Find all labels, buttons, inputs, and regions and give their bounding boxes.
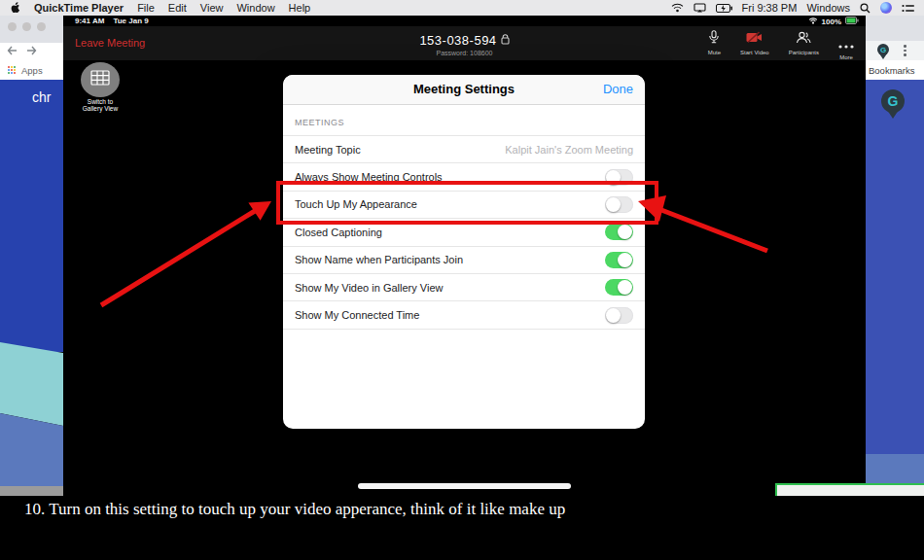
quicktime-ipad-screen: 9:41 AM Tue Jan 9 100% Leave Meeting 153… <box>63 16 866 496</box>
row-always-show-controls: Always Show Meeting Controls <box>283 162 645 190</box>
row-meeting-topic[interactable]: Meeting Topic Kalpit Jain's Zoom Meeting <box>283 135 645 162</box>
extension-pin-icon[interactable]: G <box>877 44 889 55</box>
ipad-wifi-icon <box>808 18 818 26</box>
browser-toolbar-right: G <box>866 41 924 60</box>
toggle-show-connected-time[interactable] <box>605 307 633 324</box>
ipad-date: Tue Jan 9 <box>113 17 148 25</box>
menu-file[interactable]: File <box>137 2 155 14</box>
participants-button[interactable]: Participants <box>789 30 819 60</box>
menu-edit[interactable]: Edit <box>168 2 187 14</box>
gallery-switch-label-1: Switch to <box>73 98 127 105</box>
forward-icon[interactable] <box>26 46 37 57</box>
display-mirroring-icon[interactable] <box>693 3 706 13</box>
more-dots-icon <box>838 30 854 52</box>
participants-icon <box>796 30 811 48</box>
settings-list: Meeting Topic Kalpit Jain's Zoom Meeting… <box>283 135 645 330</box>
wallpaper-patch-right <box>866 454 924 483</box>
ipad-battery-percent: 100% <box>822 18 841 26</box>
background-browser-right: G Bookmarks G <box>866 16 924 496</box>
caption-text: 10. Turn on this setting to touch up you… <box>24 500 565 519</box>
wifi-icon[interactable] <box>671 3 684 13</box>
back-icon[interactable] <box>7 46 18 57</box>
ipad-time: 9:41 AM <box>75 17 104 25</box>
browser-toolbar <box>0 43 63 60</box>
menu-window[interactable]: Window <box>236 2 274 14</box>
toggle-show-name-on-join[interactable] <box>605 252 633 268</box>
row-closed-captioning: Closed Captioning <box>283 218 645 245</box>
bookmarks-bar-right: Bookmarks <box>866 60 924 81</box>
browser-tab-strip <box>0 16 63 43</box>
gallery-switch-label-2: Gallery View <box>73 105 127 112</box>
toggle-closed-captioning[interactable] <box>605 224 633 240</box>
siri-icon[interactable] <box>880 2 892 14</box>
ipad-status-bar: 9:41 AM Tue Jan 9 100% <box>63 16 866 26</box>
menubar-app-name[interactable]: QuickTime Player <box>34 2 124 14</box>
toggle-always-show-controls[interactable] <box>605 169 633 186</box>
gallery-grid-icon <box>90 70 110 89</box>
notification-center-icon[interactable] <box>902 4 914 13</box>
menu-help[interactable]: Help <box>289 2 311 14</box>
window-traffic-lights[interactable] <box>8 22 46 31</box>
spotlight-search-icon[interactable] <box>860 3 871 14</box>
macos-menu-bar: QuickTime Player File Edit View Window H… <box>0 0 924 16</box>
meeting-settings-modal: Meeting Settings Done MEETINGS Meeting T… <box>283 75 645 429</box>
browser-page-text: chr <box>32 89 51 105</box>
toggle-touch-up-appearance[interactable] <box>605 196 633 213</box>
lock-icon <box>501 33 510 48</box>
bookmarks-bar-left: Apps <box>0 60 63 81</box>
menu-view[interactable]: View <box>200 2 224 14</box>
modal-title: Meeting Settings <box>283 75 645 104</box>
switch-to-gallery-view-button[interactable]: Switch to Gallery View <box>73 62 127 112</box>
start-video-button[interactable]: Start Video <box>740 30 769 60</box>
home-indicator[interactable] <box>358 483 571 489</box>
zoom-meeting-toolbar: Leave Meeting 153-038-594 Password: 1086… <box>63 26 866 60</box>
browser-page-right: G <box>866 80 924 454</box>
row-show-connected-time: Show My Connected Time <box>283 300 645 328</box>
ipad-battery-icon <box>845 17 859 26</box>
section-header: MEETINGS <box>283 105 645 127</box>
background-browser-left: Apps chr <box>0 16 63 496</box>
menubar-clock[interactable]: Fri 9:38 PM <box>742 2 798 14</box>
desktop-wallpaper-left <box>0 80 63 496</box>
microphone-icon <box>708 30 720 48</box>
browser-tab-strip-right <box>866 16 924 41</box>
row-show-name-on-join: Show Name when Participants Join <box>283 246 645 273</box>
toggle-show-my-video-gallery[interactable] <box>605 279 633 296</box>
row-show-my-video-gallery: Show My Video in Gallery View <box>283 273 645 300</box>
caption-bar: 10. Turn on this setting to touch up you… <box>0 496 924 560</box>
bookmarks-label[interactable]: Bookmarks <box>866 65 915 76</box>
meeting-topic-value: Kalpit Jain's Zoom Meeting <box>505 144 633 156</box>
done-button[interactable]: Done <box>603 75 633 104</box>
mute-button[interactable]: Mute <box>708 30 721 60</box>
page-pin-logo-icon: G <box>881 89 905 113</box>
menubar-spaces-label[interactable]: Windows <box>806 2 850 14</box>
meeting-id: 153-038-594 <box>419 33 496 48</box>
apps-grid-icon[interactable] <box>8 66 17 75</box>
more-button[interactable]: More <box>838 30 854 60</box>
browser-menu-icon[interactable] <box>904 45 906 56</box>
row-touch-up-appearance: Touch Up My Appearance <box>283 191 645 218</box>
apps-label[interactable]: Apps <box>21 65 43 76</box>
battery-charging-icon[interactable] <box>716 4 732 13</box>
apple-logo-icon[interactable] <box>10 2 20 15</box>
video-camera-off-icon <box>746 30 763 48</box>
